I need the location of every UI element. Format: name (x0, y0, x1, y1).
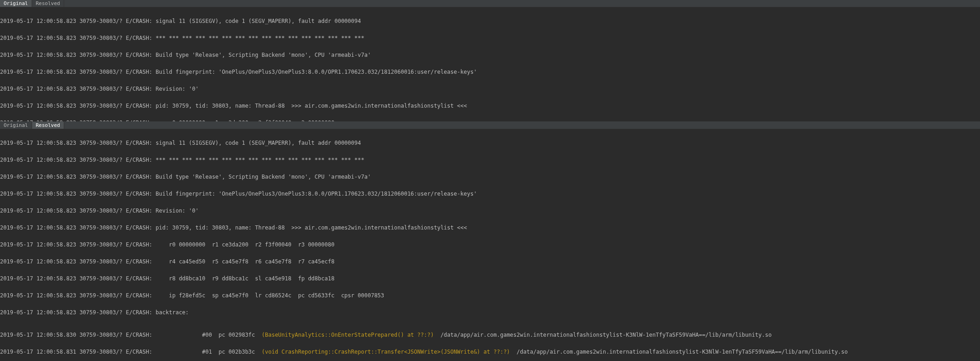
log-line: 2019-05-17 12:00:58.823 30759-30803/? E/… (0, 259, 980, 265)
tab-bar-bottom: Original Resolved (0, 122, 980, 129)
log-line: 2019-05-17 12:00:58.823 30759-30803/? E/… (0, 225, 980, 231)
crash-log-panel-original: Original Resolved 2019-05-17 12:00:58.82… (0, 0, 980, 121)
tab-original[interactable]: Original (0, 122, 32, 129)
log-line: 2019-05-17 12:00:58.823 30759-30803/? E/… (0, 35, 980, 41)
log-line: 2019-05-17 12:00:58.823 30759-30803/? E/… (0, 242, 980, 248)
log-line: 2019-05-17 12:00:58.823 30759-30803/? E/… (0, 174, 980, 180)
log-line: 2019-05-17 12:00:58.823 30759-30803/? E/… (0, 310, 980, 316)
log-line: 2019-05-17 12:00:58.823 30759-30803/? E/… (0, 157, 980, 163)
log-line: 2019-05-17 12:00:58.823 30759-30803/? E/… (0, 86, 980, 92)
log-line: 2019-05-17 12:00:58.823 30759-30803/? E/… (0, 208, 980, 214)
tab-resolved[interactable]: Resolved (32, 0, 64, 7)
tab-resolved[interactable]: Resolved (32, 122, 64, 129)
log-line: 2019-05-17 12:00:58.823 30759-30803/? E/… (0, 191, 980, 197)
tab-bar-top: Original Resolved (0, 0, 980, 7)
log-line: 2019-05-17 12:00:58.823 30759-30803/? E/… (0, 276, 980, 282)
log-line: 2019-05-17 12:00:58.831 30759-30803/? E/… (0, 349, 980, 355)
log-line: 2019-05-17 12:00:58.823 30759-30803/? E/… (0, 293, 980, 299)
crash-log-panel-resolved: Original Resolved 2019-05-17 12:00:58.82… (0, 121, 980, 361)
log-line: 2019-05-17 12:00:58.823 30759-30803/? E/… (0, 69, 980, 75)
log-line: 2019-05-17 12:00:58.823 30759-30803/? E/… (0, 52, 980, 58)
log-line: 2019-05-17 12:00:58.823 30759-30803/? E/… (0, 103, 980, 109)
log-line: 2019-05-17 12:00:58.830 30759-30803/? E/… (0, 332, 980, 338)
log-output-original: 2019-05-17 12:00:58.823 30759-30803/? E/… (0, 7, 980, 121)
log-output-resolved: 2019-05-17 12:00:58.823 30759-30803/? E/… (0, 129, 980, 361)
log-line: 2019-05-17 12:00:58.823 30759-30803/? E/… (0, 140, 980, 146)
tab-original[interactable]: Original (0, 0, 32, 7)
log-line: 2019-05-17 12:00:58.823 30759-30803/? E/… (0, 18, 980, 24)
